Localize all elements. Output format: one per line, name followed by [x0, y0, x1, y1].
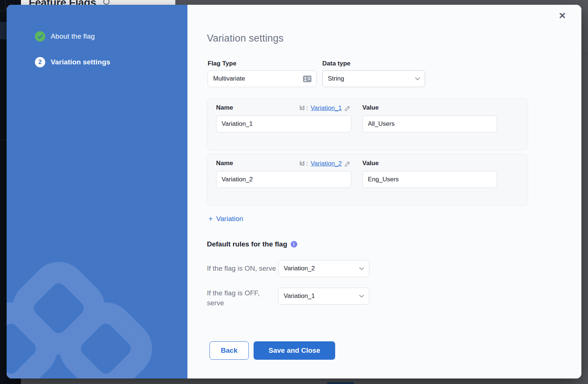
screen: Feature Flags: [0, 0, 588, 384]
edit-id-button[interactable]: [344, 105, 351, 111]
add-variation-button[interactable]: + Variation: [208, 214, 243, 223]
back-button[interactable]: Back: [209, 341, 249, 360]
data-type-select[interactable]: String: [322, 70, 425, 87]
default-rules-title: Default rules for the flag: [207, 240, 287, 248]
background-divider: [581, 54, 588, 54]
step-complete-badge: [35, 31, 45, 42]
step-label: About the flag: [51, 32, 95, 40]
id-prefix: Id :: [300, 104, 308, 112]
plus-icon: +: [208, 214, 213, 223]
background-page-header: Feature Flags: [21, 0, 175, 5]
value-label: Value: [362, 104, 379, 111]
data-type-value: String: [328, 75, 344, 82]
check-icon: [37, 35, 43, 39]
step-item-about-the-flag[interactable]: About the flag: [35, 31, 95, 42]
rule-off-select[interactable]: Variation_1: [278, 288, 369, 305]
variation-value-input[interactable]: [362, 115, 497, 132]
variation-card: Name Id : Variation_2 Value: [207, 154, 528, 206]
variation-id-link[interactable]: Variation_2: [311, 160, 342, 167]
left-nav-corner: [0, 0, 6, 11]
variation-settings-dialog: About the flag 2 Variation settings ✕ Va…: [7, 5, 581, 378]
rule-on-select[interactable]: Variation_2: [278, 260, 369, 277]
rule-on-value: Variation_2: [284, 265, 315, 272]
info-icon[interactable]: i: [291, 241, 297, 248]
page-title: Feature Flags: [29, 0, 96, 5]
step-number-badge: 2: [35, 57, 45, 67]
info-icon: [103, 0, 110, 5]
close-icon: ✕: [559, 11, 566, 21]
variation-name-input[interactable]: [216, 171, 351, 188]
wizard-sidebar: About the flag 2 Variation settings: [7, 5, 187, 378]
chevron-down-icon: [415, 77, 420, 80]
flag-type-field: Multivariate: [208, 70, 317, 87]
variation-id-group: Id : Variation_1: [300, 104, 351, 112]
info-glyph: i: [293, 242, 294, 247]
flag-type-label: Flag Type: [208, 60, 236, 67]
id-prefix: Id :: [300, 160, 308, 167]
step-label: Variation settings: [51, 58, 110, 66]
background-button-fragment: [327, 382, 354, 384]
add-variation-label: Variation: [216, 215, 243, 223]
flag-type-value: Multivariate: [213, 75, 245, 82]
pencil-icon: [344, 105, 351, 111]
rule-on-label: If the flag is ON, serve: [207, 260, 276, 277]
variation-name-input[interactable]: [216, 115, 351, 132]
chevron-down-icon: [359, 295, 364, 298]
save-and-close-button[interactable]: Save and Close: [254, 341, 335, 360]
id-card-icon: [303, 75, 312, 82]
default-rules-heading: Default rules for the flag i: [207, 240, 297, 248]
name-label: Name: [216, 104, 233, 111]
chevron-down-icon: [359, 267, 364, 270]
variation-id-group: Id : Variation_2: [300, 160, 351, 167]
dialog-title: Variation settings: [207, 33, 284, 44]
variation-card: Name Id : Variation_1 Value: [207, 98, 528, 150]
value-label: Value: [362, 160, 379, 167]
variation-id-link[interactable]: Variation_1: [311, 104, 342, 112]
dialog-content: ✕ Variation settings Flag Type Data type…: [187, 5, 581, 378]
close-button[interactable]: ✕: [557, 11, 567, 21]
step-number: 2: [39, 59, 42, 65]
data-type-label: Data type: [322, 60, 351, 67]
rule-off-value: Variation_1: [284, 292, 315, 300]
pencil-icon: [344, 161, 351, 167]
step-item-variation-settings[interactable]: 2 Variation settings: [35, 57, 110, 67]
name-label: Name: [216, 160, 233, 167]
background-divider: [581, 16, 588, 16]
variation-value-input[interactable]: [362, 171, 497, 188]
rule-off-label: If the flag is OFF, serve: [207, 288, 273, 308]
edit-id-button[interactable]: [344, 161, 351, 167]
